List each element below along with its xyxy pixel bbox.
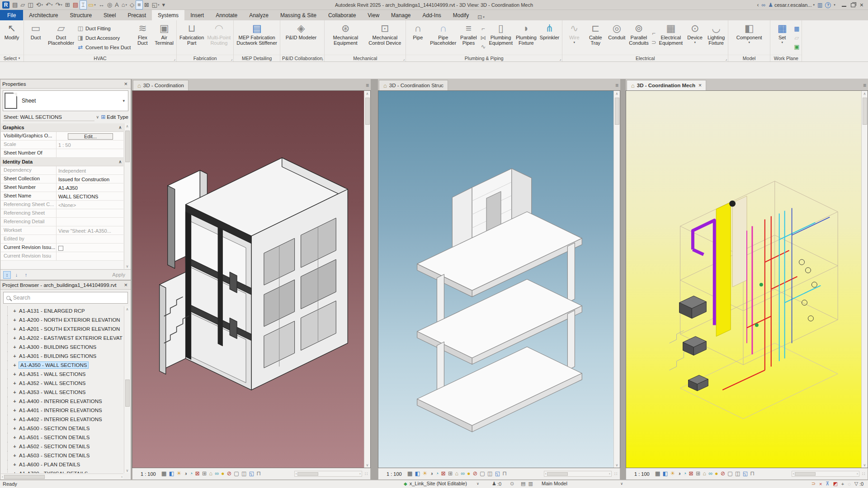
expand-icon[interactable]: + — [13, 353, 17, 359]
edit-visibility-button[interactable]: Edit... — [68, 133, 113, 140]
expand-icon[interactable]: + — [13, 371, 17, 377]
scale-button[interactable]: 1 : 100 — [134, 471, 160, 477]
collapse-icon[interactable]: ∧ — [118, 160, 122, 164]
scroll-thumb[interactable] — [297, 472, 318, 476]
displaced-elements-icon[interactable]: ◫ — [487, 471, 493, 477]
scroll-left-icon[interactable]: ‹ — [545, 472, 547, 476]
shadows-icon[interactable]: ◑ — [677, 471, 681, 477]
mechanical-equipment-button[interactable]: ⊛MechanicalEquipment — [326, 22, 365, 54]
properties-scrollbar[interactable]: ∧ ∨ — [124, 123, 130, 269]
flex-duct-button[interactable]: ≋FlexDuct — [132, 22, 153, 54]
customize-qat-icon[interactable]: ▾ — [160, 0, 166, 9]
expand-icon[interactable]: + — [13, 471, 17, 473]
file-icon[interactable]: ▤ — [11, 0, 19, 9]
scale-button[interactable]: 1 : 100 — [380, 471, 406, 477]
property-value[interactable] — [56, 149, 123, 157]
sheet-item-a1-a350[interactable]: +A1-A350 - WALL SECTIONS — [1, 361, 123, 370]
visual-style-icon[interactable]: ◧ — [169, 471, 174, 477]
scroll-thumb[interactable] — [615, 98, 619, 125]
pid-modeler-button[interactable]: ◈P&ID Modeler — [282, 22, 321, 54]
resize-grip[interactable]: ∷ — [364, 471, 368, 476]
panel-menu-fabrication[interactable]: Fabrication⌟ — [177, 55, 233, 61]
pipe-accessory-button[interactable]: ⋈ — [480, 34, 486, 42]
show-crop-icon[interactable]: ⊞ — [696, 471, 700, 477]
detail-level-icon[interactable]: ▦ — [655, 471, 660, 477]
worksharing-display-icon[interactable]: ⊘ — [227, 471, 231, 477]
dialog-launcher-icon[interactable]: ⌟ — [403, 57, 405, 61]
property-value[interactable] — [56, 252, 123, 260]
background-process-icon[interactable]: ◌ — [848, 481, 851, 487]
show-crop-icon[interactable]: ⊞ — [448, 471, 453, 477]
tab-view[interactable]: View — [362, 10, 385, 20]
workset-selector[interactable]: ◆ x_Link_Site (Not Editable) ∨ — [404, 481, 479, 486]
scroll-up-icon[interactable]: ∧ — [366, 91, 369, 96]
face-selectable-icon[interactable]: ◩ — [833, 481, 837, 487]
plumbing-equipment-button[interactable]: ▯PlumbingEquipment — [487, 22, 514, 54]
temporary-hide-isolate-icon[interactable]: ∞ — [461, 471, 465, 477]
sprinkler-button[interactable]: ⋔Sprinkler — [538, 22, 561, 54]
restore-button[interactable] — [851, 3, 855, 7]
scroll-thumb[interactable] — [125, 131, 130, 162]
reveal-hidden-icon[interactable]: ● — [715, 471, 718, 477]
pipe-placeholder-button[interactable]: ∩PipePlaceholder — [429, 22, 458, 54]
properties-header[interactable]: Properties × — [0, 80, 131, 89]
property-value[interactable] — [56, 209, 123, 217]
unlocked-view-icon[interactable]: ⌂ — [455, 471, 459, 477]
scroll-thumb[interactable] — [795, 472, 816, 476]
panel-menu-p-id-collaboration[interactable]: P&ID Collaboration⌟ — [280, 55, 324, 61]
scroll-left-icon[interactable]: ‹ — [793, 472, 794, 476]
browser-search-input[interactable] — [13, 295, 125, 301]
tab-structure[interactable]: Structure — [64, 10, 98, 20]
sheet-item-a1-a201[interactable]: +A1-A201 - SOUTH EXTERIOR ELEVATION — [1, 324, 123, 333]
sheet-item-a1-a300[interactable]: +A1-A300 - BUILDING SECTIONS — [1, 343, 123, 352]
filter-icon[interactable]: ▽ — [854, 481, 858, 487]
sheet-item-a1-a200[interactable]: +A1-A200 - NORTH EXTERIOR ELEVATION — [1, 315, 123, 324]
show-work-plane-button[interactable]: ▦ — [794, 25, 799, 33]
scale-button[interactable]: 1 : 100 — [628, 471, 653, 477]
temporary-view-properties-icon[interactable]: ▢ — [727, 471, 733, 477]
tab-systems[interactable]: Systems — [152, 10, 184, 20]
modify-button[interactable]: ↖Modify — [1, 22, 22, 54]
sheet-item-a1-a402[interactable]: +A1-A402 - INTERIOR ELEVATIONS — [1, 415, 123, 424]
scroll-thumb[interactable] — [547, 472, 568, 476]
scroll-thumb[interactable] — [863, 98, 867, 125]
switch-windows-icon[interactable]: ◱▾ — [151, 0, 161, 9]
property-value[interactable]: Independent — [56, 166, 123, 174]
tab-list-menu-icon[interactable]: ≡ — [863, 82, 866, 89]
scroll-up-icon[interactable]: ∧ — [863, 91, 866, 96]
rendering-dialog-icon[interactable]: ◔ — [683, 471, 687, 477]
property-group-graphics[interactable]: Graphics∧ — [1, 123, 123, 132]
expand-icon[interactable]: + — [13, 308, 17, 314]
property-value[interactable]: Issued for Construction — [56, 175, 123, 183]
property-value[interactable] — [56, 235, 123, 243]
pinned-selectable-icon[interactable]: ⊼ — [826, 481, 829, 487]
drag-on-selection-icon[interactable]: + — [841, 481, 844, 487]
displaced-elements-icon[interactable]: ◫ — [241, 471, 247, 477]
unlocked-view-icon[interactable]: ⌂ — [703, 471, 707, 477]
property-value[interactable]: 1 : 50 — [56, 141, 123, 149]
open-icon[interactable]: ▱ — [19, 0, 26, 9]
fabrication-part-button[interactable]: ⊔FabricationPart — [178, 22, 205, 54]
browser-hscrollbar[interactable]: ‹ › — [1, 474, 123, 479]
dialog-launcher-icon[interactable]: ⌟ — [322, 57, 324, 61]
rendering-dialog-icon[interactable]: ◔ — [189, 471, 193, 477]
close-hidden-windows-icon[interactable]: ⊠ — [143, 0, 151, 9]
revision-checkbox[interactable] — [58, 246, 63, 251]
dialog-launcher-icon[interactable]: ⌟ — [231, 57, 233, 61]
scroll-left-icon[interactable]: ‹ — [296, 472, 297, 476]
scroll-left-icon[interactable]: ‹ — [2, 475, 3, 479]
conduit-button[interactable]: ◎Conduit — [606, 22, 627, 54]
resize-grip[interactable]: ∷ — [861, 471, 866, 476]
sheet-item-a1-a401[interactable]: +A1-A401 - INTERIOR ELEVATIONS — [1, 406, 123, 415]
unlocked-3d-icon[interactable]: ⊓ — [750, 471, 755, 477]
browser-scrollbar[interactable]: ∧ ∨ — [124, 306, 130, 473]
section-icon[interactable]: ◇ — [128, 0, 136, 9]
chevron-down-icon[interactable]: ∨ — [96, 115, 99, 119]
expand-icon[interactable]: + — [13, 453, 17, 458]
property-value[interactable] — [56, 218, 123, 226]
scroll-up-icon[interactable]: ∧ — [616, 91, 618, 96]
property-group-identity-data[interactable]: Identity Data∧ — [1, 158, 123, 166]
save-orientation-icon[interactable]: ◱ — [249, 471, 255, 477]
sheet-item-a1-a600[interactable]: +A1-A600 - PLAN DETAILS — [1, 460, 123, 469]
close-button[interactable]: × — [860, 2, 863, 8]
